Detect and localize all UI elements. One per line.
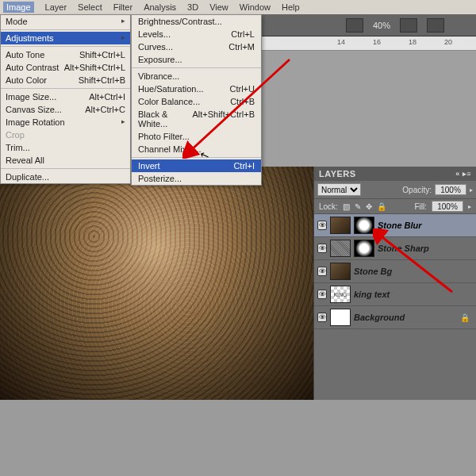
opacity-value[interactable]: 100% xyxy=(435,184,466,195)
menu-item-adjustments[interactable]: Adjustments xyxy=(1,32,130,44)
menu-item-trim[interactable]: Trim... xyxy=(1,141,130,154)
menu-select[interactable]: Select xyxy=(78,2,102,12)
layers-options-row: Normal Opacity: 100%▸ xyxy=(314,181,476,198)
menu-item-image-size[interactable]: Image Size...Alt+Ctrl+I xyxy=(1,90,130,103)
menu-item-hue-saturation[interactable]: Hue/Saturation...Ctrl+U xyxy=(132,83,261,95)
menu-item-invert[interactable]: InvertCtrl+I xyxy=(132,159,261,172)
layer-name[interactable]: king text xyxy=(354,290,390,299)
menu-item-channel-mixer[interactable]: Channel Mixer... xyxy=(132,143,261,155)
ruler-tick: 14 xyxy=(337,38,345,46)
opacity-label: Opacity: xyxy=(402,186,432,194)
layer-thumbnail[interactable] xyxy=(330,309,351,326)
layers-panel-header: LAYERS « ▸≡ xyxy=(314,167,476,181)
lock-label: Lock: xyxy=(319,202,338,211)
lock-move-icon[interactable]: ✥ xyxy=(366,202,372,211)
menu-item-curves[interactable]: Curves...Ctrl+M xyxy=(132,40,261,53)
layers-title: LAYERS xyxy=(319,169,356,178)
ruler-tick: 20 xyxy=(444,38,452,46)
layer-thumbnail[interactable] xyxy=(330,240,351,257)
ruler-tick: 16 xyxy=(373,38,381,46)
menu-item-black-white[interactable]: Black & White...Alt+Shift+Ctrl+B xyxy=(132,108,261,130)
lock-all-icon[interactable]: 🔒 xyxy=(377,202,386,211)
toolbar-well[interactable] xyxy=(346,18,363,33)
layer-row-king-text[interactable]: 👁KINGking text xyxy=(314,283,476,306)
menu-separator xyxy=(132,157,261,158)
visibility-eye-icon[interactable]: 👁 xyxy=(317,290,327,299)
menu-item-levels[interactable]: Levels...Ctrl+L xyxy=(132,28,261,40)
layer-thumbnail[interactable] xyxy=(330,217,351,234)
menu-separator xyxy=(1,168,130,169)
lock-icon: 🔒 xyxy=(460,313,470,322)
layers-panel[interactable]: LAYERS « ▸≡ Normal Opacity: 100%▸ Lock: … xyxy=(313,167,476,420)
adjustments-submenu[interactable]: Brightness/Contrast...Levels...Ctrl+LCur… xyxy=(131,14,262,186)
menu-item-duplicate[interactable]: Duplicate... xyxy=(1,171,130,183)
menu-item-posterize[interactable]: Posterize... xyxy=(132,172,261,185)
menu-separator xyxy=(132,67,261,68)
layer-row-stone-blur[interactable]: 👁Stone Blur xyxy=(314,214,476,237)
menu-item-crop: Crop xyxy=(1,129,130,141)
menu-3d[interactable]: 3D xyxy=(187,2,198,12)
layer-row-background[interactable]: 👁Background🔒 xyxy=(314,306,476,329)
menu-filter[interactable]: Filter xyxy=(113,2,132,12)
layer-row-stone-sharp[interactable]: 👁Stone Sharp xyxy=(314,237,476,260)
menubar[interactable]: ImageLayerSelectFilterAnalysis3DViewWind… xyxy=(0,0,476,14)
ruler-tick: 18 xyxy=(409,38,416,46)
menu-item-photo-filter[interactable]: Photo Filter... xyxy=(132,130,261,143)
menu-item-auto-contrast[interactable]: Auto ContrastAlt+Shift+Ctrl+L xyxy=(1,61,130,74)
visibility-eye-icon[interactable]: 👁 xyxy=(317,221,327,230)
visibility-eye-icon[interactable]: 👁 xyxy=(317,313,327,322)
menu-view[interactable]: View xyxy=(209,2,228,12)
fill-label: Fill: xyxy=(414,202,427,211)
image-menu-dropdown[interactable]: ModeAdjustmentsAuto ToneShift+Ctrl+LAuto… xyxy=(0,14,131,184)
layer-name[interactable]: Stone Sharp xyxy=(378,244,429,253)
menu-item-mode[interactable]: Mode xyxy=(1,15,130,28)
fill-value[interactable]: 100% xyxy=(432,201,463,212)
lock-transparency-icon[interactable]: ▧ xyxy=(343,202,350,211)
menu-item-auto-color[interactable]: Auto ColorShift+Ctrl+B xyxy=(1,74,130,86)
menu-item-canvas-size[interactable]: Canvas Size...Alt+Ctrl+C xyxy=(1,103,130,116)
layer-name[interactable]: Background xyxy=(354,313,405,322)
lock-row: Lock: ▧ ✎ ✥ 🔒 Fill: 100%▸ xyxy=(314,198,476,214)
menu-help[interactable]: Help xyxy=(282,2,300,12)
menu-image[interactable]: Image xyxy=(3,2,34,13)
menu-analysis[interactable]: Analysis xyxy=(144,2,176,12)
menu-item-vibrance[interactable]: Vibrance... xyxy=(132,70,261,83)
zoom-value[interactable]: 40% xyxy=(373,21,390,30)
menu-item-auto-tone[interactable]: Auto ToneShift+Ctrl+L xyxy=(1,48,130,61)
layer-thumbnail[interactable]: KING xyxy=(330,286,351,303)
menu-separator xyxy=(1,46,130,47)
layer-row-stone-bg[interactable]: 👁Stone Bg xyxy=(314,260,476,283)
menu-window[interactable]: Window xyxy=(240,2,271,12)
visibility-eye-icon[interactable]: 👁 xyxy=(317,267,327,276)
toolbar-well[interactable] xyxy=(427,18,444,33)
menu-separator xyxy=(1,88,130,89)
menu-separator xyxy=(1,29,130,30)
menu-item-exposure[interactable]: Exposure... xyxy=(132,53,261,66)
menu-item-reveal-all[interactable]: Reveal All xyxy=(1,154,130,167)
visibility-eye-icon[interactable]: 👁 xyxy=(317,244,327,253)
menu-item-color-balance[interactable]: Color Balance...Ctrl+B xyxy=(132,95,261,108)
toolbar-well[interactable] xyxy=(400,18,417,33)
blend-mode-select[interactable]: Normal xyxy=(317,183,361,196)
panel-menu-icon[interactable]: « ▸≡ xyxy=(455,170,471,178)
menu-item-image-rotation[interactable]: Image Rotation xyxy=(1,116,130,129)
menu-layer[interactable]: Layer xyxy=(45,2,67,12)
lock-brush-icon[interactable]: ✎ xyxy=(355,202,361,211)
canvas-image[interactable] xyxy=(0,167,313,400)
layer-thumbnail[interactable] xyxy=(330,263,351,280)
bottom-area xyxy=(0,400,476,476)
menu-item-brightness-contrast[interactable]: Brightness/Contrast... xyxy=(132,15,261,28)
layer-name[interactable]: Stone Bg xyxy=(354,267,392,276)
layer-list[interactable]: 👁Stone Blur👁Stone Sharp👁Stone Bg👁KINGkin… xyxy=(314,214,476,329)
layer-mask-thumbnail[interactable] xyxy=(354,240,374,257)
layer-mask-thumbnail[interactable] xyxy=(354,217,374,234)
layer-name[interactable]: Stone Blur xyxy=(378,221,422,230)
